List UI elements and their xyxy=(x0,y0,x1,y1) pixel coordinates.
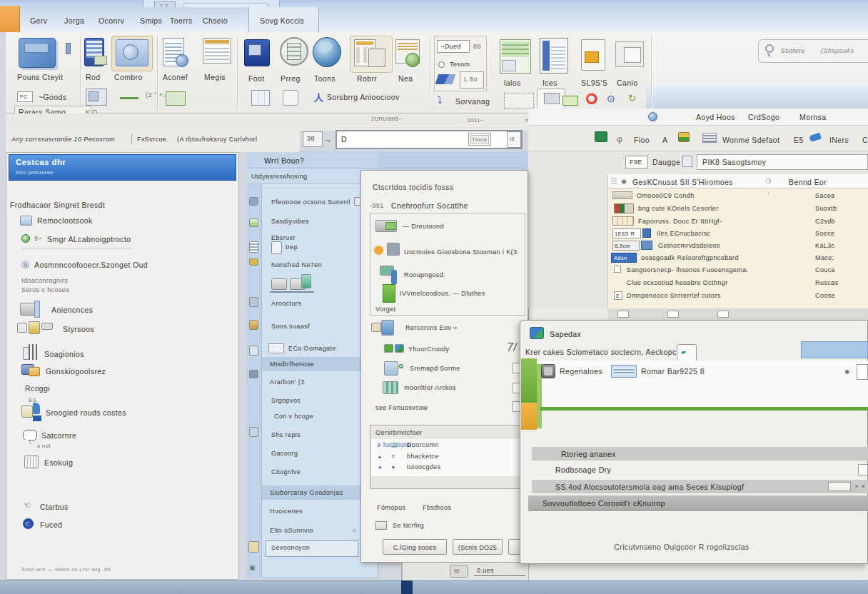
panel2-listbox-item-2[interactable]: tuioocgdes xyxy=(407,463,441,470)
bottom-bar-dark-segment[interactable] xyxy=(401,580,413,594)
panel1-item-13[interactable]: Gacoorg xyxy=(271,450,298,457)
toolbar-c[interactable]: C xyxy=(862,136,868,144)
footer-box3[interactable] xyxy=(717,311,729,318)
formula-input[interactable] xyxy=(335,130,523,149)
left-item-10[interactable]: Sroogled rouds costes xyxy=(46,408,126,417)
clock-icon[interactable]: ⭕ xyxy=(585,93,598,104)
panel2-mid-item-4[interactable]: see Fonuosvcow xyxy=(375,404,428,411)
combro-label[interactable]: Combro xyxy=(114,73,143,81)
panel1-item-5[interactable]: Aroocturs xyxy=(271,300,301,307)
app-logo[interactable] xyxy=(0,6,20,32)
dialog-blue-field[interactable] xyxy=(801,341,868,358)
row9-right[interactable]: Coose xyxy=(815,292,835,299)
left-item-12[interactable]: Esokuig xyxy=(44,458,73,467)
strip-icon-10[interactable] xyxy=(248,541,259,553)
toolbar-wonme[interactable]: Wonme Sdefaot xyxy=(722,136,779,144)
refresh-icon[interactable]: ↻ xyxy=(628,93,636,104)
green-slide-icon[interactable] xyxy=(562,96,578,106)
dialog-row2-box[interactable] xyxy=(858,464,868,475)
strip-icon-8[interactable] xyxy=(249,370,258,378)
left-item-6[interactable]: Soagionios xyxy=(44,350,84,358)
strip-icon-3[interactable] xyxy=(249,241,258,253)
panel2-box-item-1[interactable]: Uocmoies Gioosbona Stouman i K(3 xyxy=(404,248,517,256)
table-small-icon[interactable] xyxy=(251,90,270,106)
tab-chseio[interactable]: Chseio xyxy=(203,16,228,25)
robrr-label[interactable]: Robrr xyxy=(357,74,377,83)
panel1-item-14[interactable]: Citognlve xyxy=(271,468,301,475)
row3-name[interactable]: Fapoiruss. Douc Er ItItHgf- xyxy=(638,218,722,225)
panel1-item-3[interactable]: trep xyxy=(286,243,298,251)
panel2-listbox-item-0[interactable]: Doorcomn xyxy=(407,441,439,448)
panel2-box-item-4[interactable]: Vorget xyxy=(375,306,395,313)
sorting-label[interactable]: Sorsbrrg Anioocioov xyxy=(327,93,400,101)
strip-icon-9[interactable] xyxy=(249,427,258,437)
lalos-label[interactable]: lalos xyxy=(504,79,521,87)
panel1-item-10[interactable]: Srgopvos xyxy=(271,397,301,404)
panel2-line1[interactable]: Cnehroofurr Socatlhe xyxy=(391,201,468,210)
footer-box2[interactable] xyxy=(667,311,679,318)
dialog-corner-box[interactable] xyxy=(857,364,868,380)
panel2-box-item-0[interactable]: — Dreutoond xyxy=(403,223,444,230)
strip-icon-2[interactable] xyxy=(249,218,258,227)
left-item-8[interactable]: Rcoggi xyxy=(25,384,50,393)
panel1-item-15[interactable]: Siuborcaray Goodonjas xyxy=(270,489,343,496)
excel-badge-icon[interactable] xyxy=(595,131,607,142)
panel1-item-8[interactable]: Mtsdtrfhenose xyxy=(270,361,314,368)
row3-right[interactable]: C2sdb xyxy=(815,218,835,225)
panel1-item-7[interactable]: ECo Gomagate xyxy=(288,345,336,352)
debug-mini-icon[interactable] xyxy=(682,156,692,167)
panel2-listbox-item-1[interactable]: bhacketce xyxy=(407,453,439,460)
foot-label[interactable]: Foot xyxy=(248,74,265,83)
record-icon[interactable]: ◉ xyxy=(621,178,627,185)
reply-icon[interactable]: ❍ xyxy=(765,178,771,185)
debug-btn2-label[interactable]: Daugge xyxy=(652,158,680,166)
tab-toerrs[interactable]: Toerrs xyxy=(170,16,193,25)
row1-right[interactable]: Sacea xyxy=(815,192,835,199)
strip-icon-11[interactable]: ▣ xyxy=(249,564,256,571)
strip-icon-6[interactable] xyxy=(249,320,258,330)
strip-icon-5[interactable] xyxy=(249,297,258,307)
toons-label[interactable]: Toons xyxy=(314,74,335,83)
toolbar-iners[interactable]: INers xyxy=(829,136,849,144)
sorvanag-label[interactable]: Sorvanag xyxy=(455,97,490,106)
paste-label[interactable]: Pouns Cteyit xyxy=(17,73,63,81)
dialog-tab-box[interactable] xyxy=(677,344,697,361)
row8-right[interactable]: Ruscas xyxy=(815,279,838,286)
row6-name[interactable]: ooasgoadk Relooroftgpncobard xyxy=(641,254,739,261)
dialog-row3-btn[interactable] xyxy=(828,482,851,491)
panel2-mid-item-3[interactable]: moonltlor Arckos xyxy=(404,384,456,391)
left-item-0[interactable]: Remoclootsook xyxy=(37,216,93,225)
globe-menu-icon[interactable] xyxy=(648,112,657,121)
panel2-mid-item-1[interactable]: YhoorCroody xyxy=(408,346,449,353)
panel1-item-16[interactable]: Hooicenes xyxy=(270,508,303,515)
aconef-label[interactable]: Aconef xyxy=(163,73,188,81)
strip-icon-1[interactable] xyxy=(249,197,258,206)
left-item-3[interactable]: Idoaconrognirs xyxy=(21,277,68,284)
ices-label[interactable]: Ices xyxy=(542,79,557,87)
panel1-item-6[interactable]: Soos.suaasf xyxy=(271,323,310,330)
rod-label[interactable]: Rod xyxy=(86,73,100,81)
panel1-item-2[interactable]: Ebsruxr xyxy=(271,234,296,241)
goods-label[interactable]: ~Goods xyxy=(39,93,66,101)
panel1-item-9[interactable]: Ararbon' (3 xyxy=(270,378,305,386)
panel1-item-11[interactable]: Con v hcoge xyxy=(274,413,313,420)
left-item-7[interactable]: Gonskiogoolsrez xyxy=(46,367,106,376)
panel2-box-item-3[interactable]: IVVmelcoodous. — Dluthes xyxy=(400,290,485,297)
panel2-mid-item-2[interactable]: Sremapd Sorme xyxy=(410,365,460,372)
list-icon[interactable]: ☷ xyxy=(611,178,617,185)
left-item-2[interactable]: Aosmnncoofooecr.Szonget Oud xyxy=(34,261,148,269)
panel1-item-0[interactable]: Pfeooooe ocsuno Sunerrl xyxy=(271,198,350,206)
panel1-item-17[interactable]: Eltn oSunnvio xyxy=(270,527,313,534)
row5-right[interactable]: KaL3c xyxy=(815,242,835,249)
strip-icon-4[interactable] xyxy=(249,258,258,266)
tab-gerv[interactable]: Gerv xyxy=(30,16,47,25)
row8-name[interactable]: Clue ocxootiud heoabre Octhngr xyxy=(627,279,728,286)
strip-icon-7[interactable] xyxy=(249,346,258,356)
flag-icon[interactable] xyxy=(435,74,456,84)
panel2-box-item-2[interactable]: Rooupngosd. xyxy=(404,271,445,278)
row4-name[interactable]: Iles ECnucbacisc xyxy=(657,230,710,237)
toolbar-e5[interactable]: E5 xyxy=(794,136,804,144)
menu-crdsogo[interactable]: CrdSogo xyxy=(748,113,779,121)
row6-right[interactable]: Mace: xyxy=(815,254,834,261)
left-item-4[interactable]: Aoiencnces xyxy=(51,306,93,314)
